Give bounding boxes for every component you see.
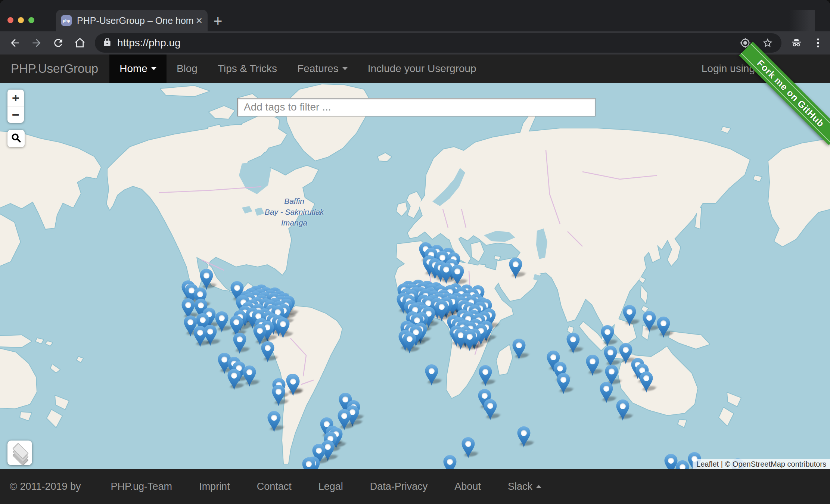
map-marker[interactable] xyxy=(622,305,637,327)
zoom-in-button[interactable]: + xyxy=(7,90,24,106)
marker-pin-icon xyxy=(566,332,580,355)
marker-hole xyxy=(590,358,596,364)
layers-icon xyxy=(13,444,27,462)
menu-kebab-icon[interactable] xyxy=(811,36,825,50)
close-window-button[interactable] xyxy=(7,17,13,23)
leaflet-map[interactable]: Baffin Bay - Saknirutiak Imanga xyxy=(0,83,830,469)
footer-link[interactable]: Slack xyxy=(508,481,541,492)
url-text[interactable]: https://php.ug xyxy=(117,37,181,49)
marker-pin-icon xyxy=(616,399,630,421)
browser-tab[interactable]: php PHP-UserGroup – One home fo × xyxy=(56,10,208,31)
marker-hole xyxy=(467,334,473,340)
map-marker[interactable] xyxy=(642,311,656,333)
map-marker[interactable] xyxy=(483,399,497,421)
nav-item[interactable]: Include your Usergroup xyxy=(358,55,487,83)
map-marker[interactable] xyxy=(271,385,286,407)
map-marker[interactable] xyxy=(227,368,241,391)
nav-item-label: Include your Usergroup xyxy=(368,55,476,83)
minimize-window-button[interactable] xyxy=(18,17,24,23)
map-marker[interactable] xyxy=(656,316,671,339)
marker-hole xyxy=(237,336,243,342)
nav-item[interactable]: Features xyxy=(287,55,358,83)
home-icon[interactable] xyxy=(73,36,87,50)
marker-layer xyxy=(0,83,830,469)
map-marker[interactable] xyxy=(402,332,417,354)
nav-item[interactable]: Home xyxy=(109,55,167,83)
map-marker[interactable] xyxy=(461,437,475,459)
footer-link[interactable]: PHP.ug-Team xyxy=(111,481,172,492)
nav-item[interactable]: Tips & Tricks xyxy=(208,55,287,83)
nav-item[interactable]: Blog xyxy=(167,55,208,83)
map-marker[interactable] xyxy=(443,455,457,469)
map-attribution[interactable]: Leaflet | © OpenStreetMap contributors xyxy=(693,459,830,469)
map-marker[interactable] xyxy=(478,365,492,387)
tag-filter-input[interactable] xyxy=(237,98,596,116)
map-marker[interactable] xyxy=(512,338,526,361)
php-elephant-favicon: php xyxy=(61,15,72,26)
map-marker[interactable] xyxy=(233,332,247,355)
map-marker[interactable] xyxy=(193,326,207,348)
map-marker[interactable] xyxy=(639,371,653,393)
footer-link[interactable]: Contact xyxy=(257,481,292,492)
marker-hole xyxy=(443,267,449,273)
back-icon[interactable] xyxy=(8,36,22,50)
marker-pin-icon xyxy=(233,332,247,355)
zoom-out-button[interactable]: − xyxy=(7,106,24,123)
marker-hole xyxy=(516,342,522,348)
marker-pin-icon xyxy=(483,399,497,421)
marker-hole xyxy=(513,261,519,267)
map-marker[interactable] xyxy=(267,411,281,433)
map-marker[interactable] xyxy=(675,460,690,469)
marker-hole xyxy=(643,375,649,381)
zoom-window-button[interactable] xyxy=(28,17,34,23)
marker-hole xyxy=(197,330,203,336)
marker-pin-icon xyxy=(261,341,275,363)
reload-icon[interactable] xyxy=(52,36,65,50)
map-marker[interactable] xyxy=(509,257,523,280)
footer-link[interactable]: Data-Privacy xyxy=(370,481,428,492)
chevron-down-icon xyxy=(342,67,348,70)
marker-pin-icon xyxy=(639,371,653,393)
marker-pin-icon xyxy=(622,305,637,327)
bookmark-star-icon[interactable] xyxy=(761,37,774,49)
marker-hole xyxy=(570,336,576,342)
marker-pin-icon xyxy=(425,364,439,386)
marker-pin-icon xyxy=(461,437,475,459)
map-marker[interactable] xyxy=(556,373,571,395)
map-marker[interactable] xyxy=(302,457,316,469)
marker-hole xyxy=(306,461,312,467)
marker-pin-icon xyxy=(267,411,281,433)
marker-hole xyxy=(407,336,413,342)
marker-hole xyxy=(668,458,674,464)
footer-link[interactable]: Legal xyxy=(318,481,343,492)
map-marker[interactable] xyxy=(463,330,477,352)
close-tab-icon[interactable]: × xyxy=(196,15,202,26)
map-marker[interactable] xyxy=(600,325,615,347)
map-marker[interactable] xyxy=(616,399,630,421)
layers-control-button[interactable] xyxy=(7,441,32,465)
marker-pin-icon xyxy=(599,382,613,404)
map-marker[interactable] xyxy=(276,317,290,339)
map-marker[interactable] xyxy=(425,364,439,386)
brand-logo[interactable]: PHP.UserGroup xyxy=(0,55,109,83)
map-search-button[interactable] xyxy=(7,130,25,147)
footer-link-label: Data-Privacy xyxy=(370,481,428,492)
marker-hole xyxy=(465,441,471,447)
forward-icon[interactable] xyxy=(30,36,43,50)
map-marker[interactable] xyxy=(599,382,613,404)
footer-link-label: Legal xyxy=(318,481,343,492)
map-marker[interactable] xyxy=(517,426,531,448)
footer-link[interactable]: About xyxy=(454,481,481,492)
new-tab-button[interactable]: + xyxy=(214,14,222,28)
map-marker[interactable] xyxy=(566,332,580,355)
marker-hole xyxy=(646,315,652,321)
map-marker[interactable] xyxy=(585,354,600,377)
marker-pin-icon xyxy=(517,426,531,448)
chevron-down-icon xyxy=(151,67,156,70)
footer-link[interactable]: Imprint xyxy=(199,481,230,492)
address-bar[interactable]: https://php.ug xyxy=(95,33,781,53)
marker-hole xyxy=(257,328,263,334)
marker-hole xyxy=(221,357,227,363)
map-marker[interactable] xyxy=(242,365,257,388)
map-marker[interactable] xyxy=(261,341,275,363)
